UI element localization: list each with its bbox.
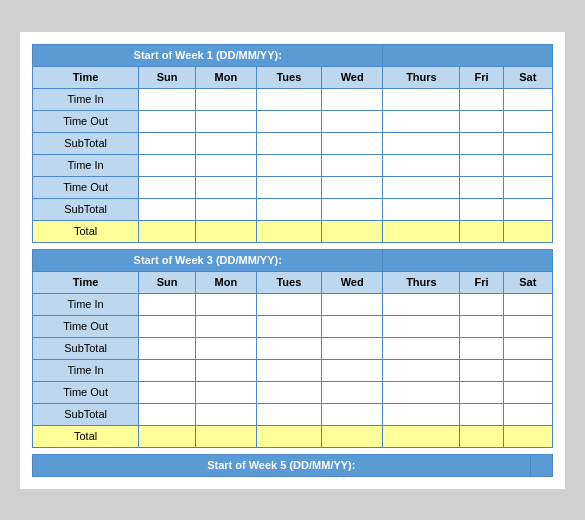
cell[interactable] — [460, 198, 503, 220]
cell[interactable] — [196, 154, 257, 176]
cell[interactable] — [503, 176, 552, 198]
cell[interactable] — [503, 337, 552, 359]
cell[interactable] — [139, 315, 196, 337]
cell[interactable] — [321, 359, 383, 381]
cell[interactable] — [321, 403, 383, 425]
cell[interactable] — [460, 154, 503, 176]
cell[interactable] — [196, 132, 257, 154]
cell[interactable] — [196, 359, 257, 381]
cell[interactable] — [460, 359, 503, 381]
cell[interactable] — [139, 198, 196, 220]
cell[interactable] — [256, 154, 321, 176]
cell[interactable] — [503, 359, 552, 381]
cell[interactable] — [383, 176, 460, 198]
total-cell[interactable] — [139, 425, 196, 447]
cell[interactable] — [139, 154, 196, 176]
total-cell[interactable] — [460, 425, 503, 447]
cell[interactable] — [460, 132, 503, 154]
cell[interactable] — [256, 198, 321, 220]
total-cell[interactable] — [383, 220, 460, 242]
cell[interactable] — [256, 403, 321, 425]
cell[interactable] — [321, 198, 383, 220]
cell[interactable] — [256, 315, 321, 337]
cell[interactable] — [503, 315, 552, 337]
cell[interactable] — [139, 88, 196, 110]
cell[interactable] — [383, 198, 460, 220]
cell[interactable] — [460, 315, 503, 337]
total-cell[interactable] — [256, 425, 321, 447]
cell[interactable] — [321, 110, 383, 132]
cell[interactable] — [196, 293, 257, 315]
cell[interactable] — [383, 132, 460, 154]
cell[interactable] — [196, 198, 257, 220]
cell[interactable] — [256, 381, 321, 403]
cell[interactable] — [139, 110, 196, 132]
cell[interactable] — [196, 337, 257, 359]
cell[interactable] — [503, 154, 552, 176]
cell[interactable] — [196, 88, 257, 110]
cell[interactable] — [503, 403, 552, 425]
cell[interactable] — [139, 176, 196, 198]
cell[interactable] — [383, 337, 460, 359]
total-cell[interactable] — [321, 220, 383, 242]
cell[interactable] — [139, 293, 196, 315]
cell[interactable] — [139, 403, 196, 425]
col-mon: Mon — [196, 271, 257, 293]
cell[interactable] — [383, 154, 460, 176]
total-cell[interactable] — [139, 220, 196, 242]
cell[interactable] — [503, 293, 552, 315]
total-cell[interactable] — [256, 220, 321, 242]
cell[interactable] — [321, 315, 383, 337]
cell[interactable] — [321, 132, 383, 154]
total-cell[interactable] — [383, 425, 460, 447]
cell[interactable] — [256, 337, 321, 359]
cell[interactable] — [321, 176, 383, 198]
cell[interactable] — [460, 403, 503, 425]
total-cell[interactable] — [503, 220, 552, 242]
cell[interactable] — [460, 176, 503, 198]
cell[interactable] — [196, 315, 257, 337]
cell[interactable] — [503, 110, 552, 132]
cell[interactable] — [383, 293, 460, 315]
cell[interactable] — [383, 110, 460, 132]
cell[interactable] — [383, 359, 460, 381]
cell[interactable] — [196, 381, 257, 403]
cell[interactable] — [196, 403, 257, 425]
cell[interactable] — [503, 198, 552, 220]
cell[interactable] — [139, 337, 196, 359]
cell[interactable] — [321, 88, 383, 110]
cell[interactable] — [139, 132, 196, 154]
cell[interactable] — [503, 88, 552, 110]
cell[interactable] — [383, 381, 460, 403]
cell[interactable] — [460, 337, 503, 359]
total-cell[interactable] — [460, 220, 503, 242]
cell[interactable] — [256, 110, 321, 132]
cell[interactable] — [503, 381, 552, 403]
cell[interactable] — [256, 176, 321, 198]
total-cell[interactable] — [196, 220, 257, 242]
cell[interactable] — [460, 110, 503, 132]
cell[interactable] — [383, 403, 460, 425]
total-cell[interactable] — [321, 425, 383, 447]
cell[interactable] — [383, 315, 460, 337]
cell[interactable] — [256, 293, 321, 315]
cell[interactable] — [256, 359, 321, 381]
cell[interactable] — [321, 337, 383, 359]
cell[interactable] — [321, 381, 383, 403]
cell[interactable] — [256, 132, 321, 154]
cell[interactable] — [460, 381, 503, 403]
cell[interactable] — [139, 381, 196, 403]
cell[interactable] — [503, 132, 552, 154]
cell[interactable] — [139, 359, 196, 381]
cell[interactable] — [196, 110, 257, 132]
total-cell[interactable] — [503, 425, 552, 447]
total-cell[interactable] — [196, 425, 257, 447]
cell[interactable] — [460, 293, 503, 315]
cell[interactable] — [321, 293, 383, 315]
cell[interactable] — [256, 88, 321, 110]
cell[interactable] — [383, 88, 460, 110]
cell[interactable] — [196, 176, 257, 198]
col-time: Time — [33, 66, 139, 88]
cell[interactable] — [460, 88, 503, 110]
cell[interactable] — [321, 154, 383, 176]
